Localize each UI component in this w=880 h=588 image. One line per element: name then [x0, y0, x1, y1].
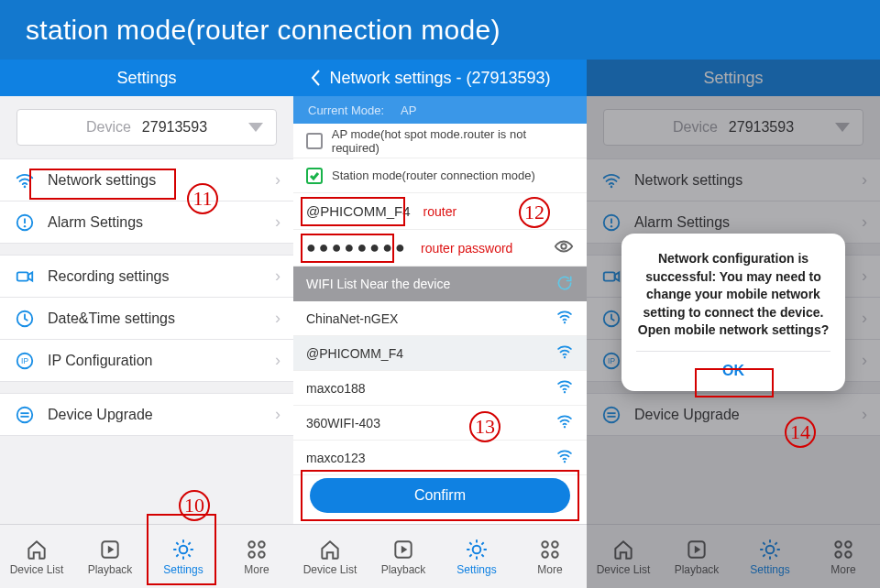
row-ip-configuration[interactable]: IP IP Configuration › [0, 340, 293, 382]
wifi-row[interactable]: 360WIFI-403 [293, 406, 587, 441]
row-recording-settings[interactable]: Recording settings › [0, 256, 293, 298]
tab-settings[interactable]: Settings [440, 525, 513, 588]
svg-point-22 [564, 461, 566, 463]
wifi-list-label: WIFI List Near the device [306, 277, 450, 291]
titlebar-center: Network settings - (27913593) [293, 60, 587, 96]
tab-device-list[interactable]: Device List [293, 525, 367, 588]
tab-playback[interactable]: Playback [73, 525, 147, 588]
tab-settings[interactable]: Settings [147, 525, 220, 588]
gear-icon [465, 538, 489, 561]
row-device-upgrade[interactable]: Device Upgrade › [0, 394, 293, 436]
tab-label: More [244, 563, 269, 576]
clock-icon [15, 309, 35, 329]
chevron-right-icon: › [275, 309, 280, 328]
svg-point-19 [564, 356, 566, 358]
current-mode-value: AP [401, 103, 416, 117]
tab-label: Settings [456, 563, 496, 576]
svg-point-14 [258, 541, 265, 548]
alert-ok-button[interactable]: OK [722, 361, 744, 381]
row-label: Network settings [48, 172, 156, 189]
back-button[interactable] [304, 60, 326, 96]
chevron-down-icon [248, 123, 263, 132]
wifi-ssid: maxco188 [306, 381, 366, 396]
confirm-button[interactable]: Confirm [310, 478, 570, 513]
titlebar-left-label: Settings [116, 69, 176, 88]
option-label: AP mode(hot spot mode.router is not requ… [332, 127, 574, 155]
ssid-hint: router [424, 204, 457, 219]
svg-point-21 [564, 426, 566, 428]
svg-point-28 [552, 551, 558, 558]
svg-point-20 [564, 391, 566, 393]
device-id: 27913593 [142, 119, 207, 136]
current-mode-bar: Current Mode: AP [293, 96, 587, 124]
current-mode-label: Current Mode: [308, 103, 384, 117]
svg-point-18 [564, 321, 566, 323]
wifi-icon [15, 170, 35, 191]
svg-point-24 [473, 545, 481, 553]
panels-row: Settings Device 27913593 Network setting… [0, 60, 880, 588]
settings-group-3: Device Upgrade › [0, 393, 293, 436]
tab-label: Device List [10, 563, 64, 576]
device-label: Device [86, 119, 131, 136]
titlebar-left: Settings [0, 60, 293, 96]
row-label: Device Upgrade [48, 407, 153, 423]
option-ap-mode[interactable]: AP mode(hot spot mode.router is not requ… [293, 124, 587, 158]
wifi-row[interactable]: ChinaNet-nGEX [293, 301, 587, 336]
annotation-num-10: 10 [179, 490, 210, 521]
svg-point-3 [24, 224, 26, 226]
refresh-icon[interactable] [556, 274, 574, 295]
alert-message: Network configuration is successful: You… [636, 250, 830, 340]
tab-playback[interactable]: Playback [367, 525, 440, 588]
tab-more[interactable]: More [513, 525, 587, 588]
tab-more[interactable]: More [220, 525, 293, 588]
tab-label: Device List [303, 563, 358, 576]
wifi-row[interactable]: @PHICOMM_F4 [293, 336, 587, 371]
more-icon [245, 538, 269, 561]
wifi-signal-icon [556, 377, 574, 398]
svg-point-13 [248, 541, 255, 548]
ssid-value: @PHICOMM_F4 [306, 203, 411, 219]
settings-group-2: Recording settings › Date&Time settings … [0, 255, 293, 382]
device-selector[interactable]: Device 27913593 [16, 109, 277, 146]
chevron-right-icon: › [275, 267, 280, 286]
panel-settings-right: Settings Device 27913593 Network setting… [587, 60, 880, 588]
panel-settings-left: Settings Device 27913593 Network setting… [0, 60, 293, 588]
home-icon [318, 538, 342, 561]
tab-label: Playback [88, 563, 133, 576]
row-label: Alarm Settings [48, 214, 143, 231]
alert-icon [15, 212, 35, 233]
checkbox-checked-icon [306, 168, 323, 184]
row-label: Recording settings [48, 268, 170, 285]
svg-point-15 [248, 551, 255, 558]
eye-icon[interactable] [554, 236, 574, 259]
tab-device-list[interactable]: Device List [0, 525, 73, 588]
option-station-mode[interactable]: Station mode(router connection mode) [293, 158, 587, 193]
row-datetime-settings[interactable]: Date&Time settings › [0, 298, 293, 340]
tabbar: Device List Playback Settings More [0, 524, 293, 588]
checkbox-icon [306, 133, 323, 149]
svg-point-0 [24, 185, 27, 188]
wifi-ssid: maxco123 [306, 451, 366, 465]
ssid-input[interactable]: @PHICOMM_F4 router [293, 193, 587, 230]
more-icon [538, 538, 562, 561]
wifi-ssid: @PHICOMM_F4 [306, 346, 403, 361]
ip-icon: IP [15, 351, 35, 371]
svg-point-8 [17, 407, 33, 422]
wifi-signal-icon [556, 412, 574, 433]
play-icon [391, 538, 415, 561]
svg-point-26 [552, 541, 558, 548]
row-alarm-settings[interactable]: Alarm Settings › [0, 201, 293, 244]
alert-dialog: Network configuration is successful: You… [622, 234, 845, 391]
page-banner: station mode(router connection mode) [0, 0, 880, 60]
wifi-row[interactable]: maxco188 [293, 371, 587, 406]
password-input[interactable]: ●●●●●●●● router password [293, 230, 587, 267]
wifi-signal-icon [556, 343, 574, 364]
confirm-wrap: Confirm [293, 469, 587, 522]
alert-ok-wrap: OK [636, 351, 830, 391]
row-label: Date&Time settings [48, 310, 175, 327]
tabbar: Device List Playback Settings More [293, 524, 587, 588]
tab-label: Playback [381, 563, 426, 576]
row-label: IP Configuration [48, 353, 152, 369]
row-network-settings[interactable]: Network settings › [0, 159, 293, 201]
chevron-right-icon: › [275, 212, 280, 232]
